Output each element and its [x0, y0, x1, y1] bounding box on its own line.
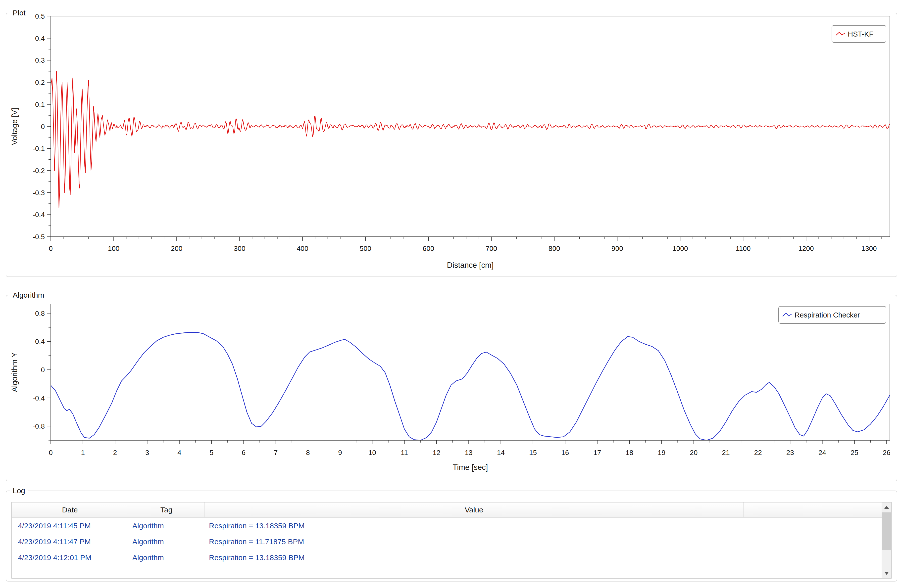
log-cell-tag: Algorithm	[128, 522, 205, 530]
svg-text:21: 21	[722, 449, 730, 456]
svg-text:-0.4: -0.4	[33, 394, 45, 402]
scrollbar-thumb[interactable]	[882, 513, 891, 550]
legend-label: Respiration Checker	[794, 311, 860, 319]
svg-text:5: 5	[209, 449, 214, 456]
log-cell-date: 4/23/2019 4:11:47 PM	[12, 538, 128, 546]
svg-text:1: 1	[81, 449, 85, 456]
svg-text:1300: 1300	[861, 245, 877, 252]
svg-text:16: 16	[561, 449, 569, 456]
svg-text:300: 300	[234, 245, 245, 252]
svg-text:23: 23	[787, 449, 794, 456]
svg-text:0: 0	[49, 245, 53, 252]
svg-text:-0.5: -0.5	[33, 233, 45, 241]
svg-text:26: 26	[883, 449, 890, 456]
svg-text:0.5: 0.5	[35, 13, 45, 20]
svg-text:17: 17	[593, 449, 601, 456]
plot-frame	[51, 304, 890, 440]
svg-text:6: 6	[242, 449, 246, 456]
legend-label: HST-KF	[848, 30, 873, 38]
log-table: Date Tag Value 4/23/2019 4:11:45 PMAlgor…	[11, 502, 892, 579]
application-window: Plot 01002003004005006007008009001000110…	[0, 0, 903, 588]
svg-text:0: 0	[41, 123, 45, 130]
svg-text:1200: 1200	[798, 245, 814, 252]
log-column-header-value[interactable]: Value	[205, 502, 744, 517]
svg-text:24: 24	[818, 449, 826, 456]
svg-text:0: 0	[49, 449, 53, 456]
chart-legend: Respiration Checker	[779, 306, 886, 323]
svg-text:700: 700	[486, 245, 497, 252]
svg-text:8: 8	[306, 449, 310, 456]
log-column-header-date[interactable]: Date	[12, 502, 128, 517]
log-table-header: Date Tag Value	[12, 502, 882, 518]
log-cell-date: 4/23/2019 4:11:45 PM	[12, 522, 128, 530]
log-scrollbar[interactable]	[882, 502, 891, 578]
log-panel-title: Log	[10, 486, 28, 495]
svg-text:22: 22	[754, 449, 762, 456]
x-axis-label: Distance [cm]	[447, 261, 494, 270]
svg-text:19: 19	[658, 449, 665, 456]
svg-text:-0.3: -0.3	[33, 189, 45, 197]
plot-frame	[51, 16, 890, 237]
svg-text:12: 12	[433, 449, 440, 456]
svg-text:10: 10	[368, 449, 376, 456]
log-cell-date: 4/23/2019 4:12:01 PM	[12, 554, 128, 562]
svg-text:0: 0	[41, 366, 45, 374]
svg-text:0.4: 0.4	[35, 338, 45, 345]
svg-text:600: 600	[423, 245, 434, 252]
svg-text:0.8: 0.8	[35, 309, 45, 317]
svg-text:400: 400	[297, 245, 308, 252]
svg-text:25: 25	[851, 449, 858, 456]
y-axis-label: Voltage [V]	[10, 108, 19, 145]
log-row[interactable]: 4/23/2019 4:11:45 PMAlgorithmRespiration…	[12, 518, 891, 534]
log-cell-tag: Algorithm	[128, 538, 205, 546]
svg-text:20: 20	[690, 449, 697, 456]
y-axis-label: Algorithm Y	[10, 352, 19, 392]
svg-text:1000: 1000	[672, 245, 688, 252]
svg-text:-0.8: -0.8	[33, 422, 45, 430]
svg-text:15: 15	[529, 449, 537, 456]
svg-text:0.4: 0.4	[35, 34, 45, 42]
scroll-up-button[interactable]	[882, 502, 891, 512]
svg-text:500: 500	[360, 245, 371, 252]
respiration-time-chart[interactable]: 0123456789101112131415161718192021222324…	[6, 296, 896, 481]
svg-text:9: 9	[338, 449, 342, 456]
svg-text:0.1: 0.1	[35, 101, 45, 108]
svg-text:11: 11	[401, 449, 408, 456]
svg-text:-0.1: -0.1	[33, 145, 45, 152]
x-axis-label: Time [sec]	[453, 463, 488, 472]
scroll-down-button[interactable]	[882, 569, 891, 578]
svg-text:0.3: 0.3	[35, 56, 45, 64]
svg-text:1100: 1100	[736, 245, 750, 252]
svg-text:7: 7	[274, 449, 278, 456]
svg-text:900: 900	[612, 245, 623, 252]
log-cell-value: Respiration = 13.18359 BPM	[205, 522, 744, 530]
svg-text:4: 4	[177, 449, 181, 456]
svg-text:-0.4: -0.4	[33, 211, 45, 218]
log-cell-value: Respiration = 11.71875 BPM	[205, 538, 744, 546]
svg-text:800: 800	[549, 245, 560, 252]
chart-legend: HST-KF	[832, 25, 886, 42]
svg-text:18: 18	[626, 449, 633, 456]
svg-text:2: 2	[113, 449, 117, 456]
svg-text:100: 100	[108, 245, 120, 252]
log-cell-tag: Algorithm	[128, 554, 205, 562]
log-column-header-filler	[744, 502, 882, 517]
log-row[interactable]: 4/23/2019 4:11:47 PMAlgorithmRespiration…	[12, 534, 891, 550]
svg-text:13: 13	[465, 449, 472, 456]
svg-text:200: 200	[171, 245, 182, 252]
svg-text:-0.2: -0.2	[33, 167, 45, 174]
svg-text:0.2: 0.2	[35, 78, 45, 86]
svg-text:14: 14	[497, 449, 505, 456]
log-column-header-tag[interactable]: Tag	[128, 502, 205, 517]
svg-text:3: 3	[145, 449, 149, 456]
log-row[interactable]: 4/23/2019 4:12:01 PMAlgorithmRespiration…	[12, 550, 891, 566]
voltage-distance-chart[interactable]: 0100200300400500600700800900100011001200…	[6, 13, 896, 276]
log-cell-value: Respiration = 13.18359 BPM	[205, 554, 744, 562]
log-rows: 4/23/2019 4:11:45 PMAlgorithmRespiration…	[12, 518, 891, 566]
